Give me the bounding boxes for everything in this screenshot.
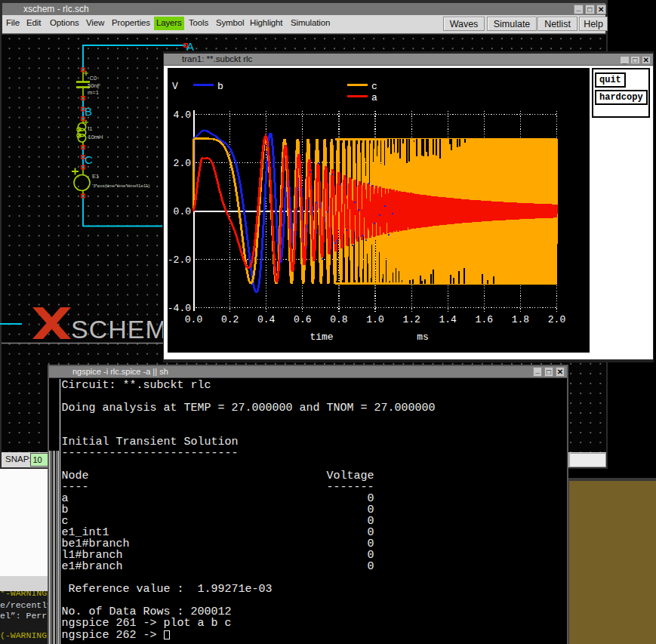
svg-text:0.6: 0.6 (294, 314, 311, 325)
svg-text:B: B (85, 105, 92, 118)
svg-text:0.0: 0.0 (184, 314, 202, 325)
svg-text:-2.0: -2.0 (167, 254, 190, 266)
svg-text:1.0: 1.0 (366, 314, 383, 325)
svg-text:1.4: 1.4 (439, 314, 457, 325)
svg-text:2.0: 2.0 (173, 158, 190, 169)
svg-text:-4.0: -4.0 (167, 303, 190, 314)
svg-text:a: a (371, 92, 377, 103)
svg-text:4.0: 4.0 (173, 109, 190, 121)
svg-text:c: c (371, 81, 377, 92)
svg-text:0.2: 0.2 (220, 314, 238, 325)
svg-text:C0: C0 (90, 75, 97, 82)
svg-text:V: V (172, 81, 178, 92)
svg-text:'3*cos(time*time*time*1e11): '3*cos(time*time*time*1e11) (92, 183, 149, 188)
svg-text:1.8: 1.8 (511, 314, 528, 325)
svg-text:0.4: 0.4 (257, 314, 275, 325)
svg-text:E1: E1 (92, 173, 99, 180)
svg-text:l1: l1 (88, 125, 93, 132)
svg-text:0.8: 0.8 (330, 314, 347, 325)
svg-text:1.2: 1.2 (402, 314, 420, 325)
svg-text:m=1: m=1 (88, 89, 99, 96)
svg-text:SCHEM: SCHEM (71, 315, 168, 344)
svg-text:2.0: 2.0 (547, 314, 565, 325)
svg-text:time: time (310, 331, 333, 343)
svg-text:0.0: 0.0 (173, 206, 190, 217)
svg-text:1.6: 1.6 (475, 314, 492, 325)
svg-text:b: b (217, 81, 223, 92)
svg-text:ms: ms (417, 331, 429, 343)
svg-text:C: C (85, 153, 93, 166)
svg-text:10mH: 10mH (88, 134, 103, 140)
